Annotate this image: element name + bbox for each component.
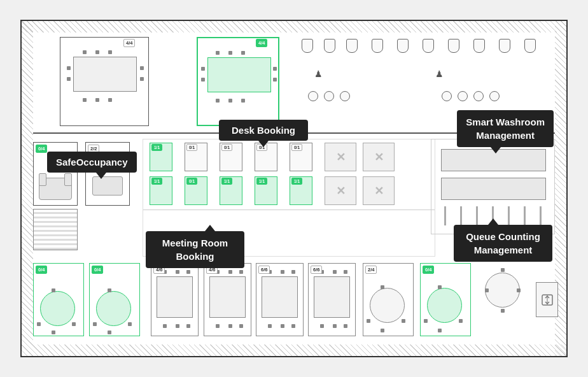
- chair: [108, 98, 112, 102]
- chair: [273, 78, 277, 82]
- chair: [216, 99, 220, 103]
- person-icon-2: ♟: [435, 69, 444, 79]
- chair: [108, 331, 111, 334]
- chair: [241, 99, 245, 103]
- barrier-1: [444, 206, 446, 225]
- chair: [281, 324, 284, 328]
- occ-2: 1/1: [151, 178, 162, 185]
- toilet-5: [397, 39, 409, 53]
- toilet-3: [346, 39, 358, 53]
- sink-3: [340, 91, 350, 101]
- occ-4: 0/1: [186, 178, 197, 185]
- chair: [201, 67, 205, 71]
- toilet-10: [524, 39, 536, 53]
- occ-bot-7: 2/4: [365, 266, 377, 274]
- barrier-5: [508, 206, 510, 225]
- chair: [281, 270, 284, 274]
- chair: [67, 77, 71, 81]
- desk-cross-1: ✕: [325, 143, 356, 171]
- elevator-icon: [536, 282, 558, 317]
- chair: [501, 268, 505, 272]
- rect-table-1: [157, 276, 193, 318]
- chair: [186, 270, 190, 274]
- chair: [438, 285, 442, 289]
- bottom-round-1: 2/4: [363, 263, 414, 336]
- chair: [402, 319, 405, 323]
- chair: [291, 270, 295, 274]
- chair: [381, 285, 384, 289]
- rect-table-4: [314, 276, 350, 318]
- desk-mid-3: 0/1: [185, 143, 207, 171]
- armchair-1: [92, 176, 123, 196]
- chair: [517, 288, 521, 292]
- chair: [367, 319, 370, 323]
- chair: [344, 270, 347, 274]
- chair: [140, 66, 144, 70]
- chair: [37, 322, 41, 326]
- chair: [333, 270, 337, 274]
- chair: [95, 50, 99, 54]
- queue-counting-callout: Queue Counting Management: [454, 225, 552, 262]
- person-icon-1: ♟: [314, 69, 323, 79]
- sink-1: [308, 91, 318, 101]
- callout-arrow-meeting: [205, 225, 215, 231]
- chair: [108, 288, 111, 292]
- callout-arrow-down: [96, 173, 106, 179]
- safe-occupancy-callout: SafeOccupancy: [47, 152, 137, 173]
- occ-9: 0/1: [291, 144, 302, 151]
- desk-divider: [143, 210, 435, 210]
- barrier-2: [460, 206, 462, 225]
- chair: [344, 324, 347, 328]
- floor-plan: 4/4 4/4 ♟ ♟ 0/4: [20, 20, 568, 357]
- wall-hatch-top: [22, 21, 566, 32]
- toilet-1: [302, 39, 313, 53]
- round-table-1: [40, 291, 75, 326]
- occ-bot-2: 0/4: [92, 266, 103, 274]
- chair: [186, 324, 190, 328]
- chair: [241, 51, 245, 55]
- occ-1: 1/1: [151, 144, 162, 151]
- chair: [128, 322, 132, 326]
- chair: [239, 324, 243, 328]
- chair: [93, 322, 97, 326]
- chair: [228, 324, 232, 328]
- chair: [83, 98, 87, 102]
- chair: [273, 67, 277, 71]
- occ-5: 0/1: [221, 144, 232, 151]
- chair: [176, 324, 179, 328]
- bottom-rect-3: 6/6: [256, 263, 304, 336]
- desk-booking-callout: Desk Booking: [219, 120, 308, 141]
- chair: [228, 51, 232, 55]
- bottom-room-2: 0/4: [89, 263, 140, 336]
- occ-badge-top-left-meeting: 4/4: [123, 39, 135, 47]
- smart-washroom-callout: Smart Washroom Management: [457, 110, 554, 147]
- round-table-3: [370, 288, 405, 323]
- desk-cross-2: ✕: [363, 143, 395, 171]
- bottom-rect-2: 4/6: [204, 263, 251, 336]
- chair: [291, 324, 295, 328]
- occ-bot-6: 6/6: [311, 266, 322, 274]
- sink-2: [324, 91, 334, 101]
- meeting-table-top-center: [207, 57, 271, 92]
- barrier-3: [476, 206, 478, 225]
- bottom-room-1: 0/4: [33, 263, 84, 336]
- bottom-rect-4: 6/6: [308, 263, 356, 336]
- top-center-meeting-room: [197, 37, 279, 126]
- chair: [83, 50, 87, 54]
- desk-mid-6: 1/1: [220, 176, 242, 205]
- chair: [320, 324, 324, 328]
- meeting-room-callout: Meeting Room Booking: [146, 231, 244, 268]
- sofa-arm-2: [64, 173, 72, 186]
- toilet-2: [324, 39, 335, 53]
- chair: [72, 322, 76, 326]
- chair: [108, 50, 112, 54]
- round-table-5: [485, 273, 520, 308]
- desk-cross-4: ✕: [363, 176, 395, 205]
- round-table-2: [96, 291, 131, 326]
- chair: [333, 324, 337, 328]
- top-left-meeting-room: [60, 37, 149, 126]
- chair: [176, 270, 179, 274]
- sofa-arm-1: [39, 173, 46, 186]
- chair: [501, 309, 505, 313]
- wall-hatch-left: [22, 21, 33, 356]
